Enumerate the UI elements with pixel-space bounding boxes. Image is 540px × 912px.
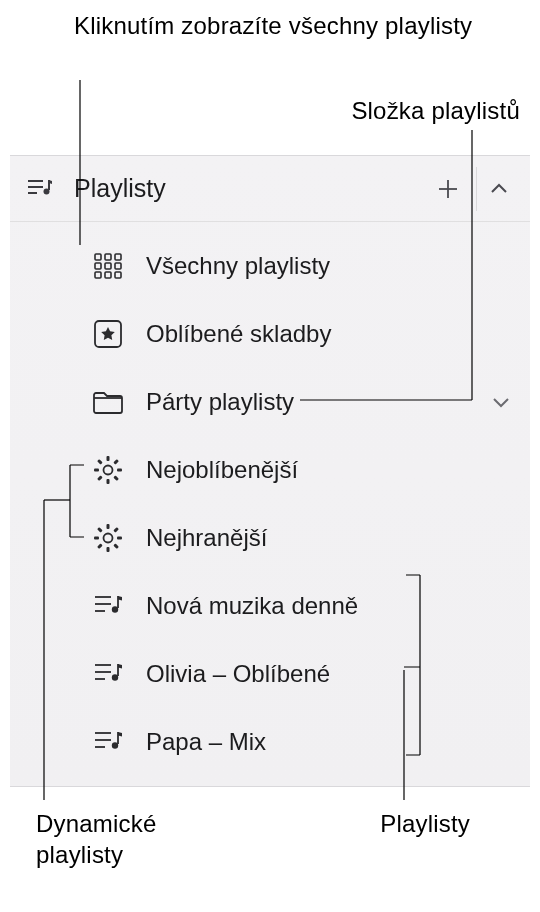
svg-point-3 [44, 188, 50, 194]
folder-icon [88, 389, 128, 415]
svg-rect-29 [94, 537, 99, 540]
playlist-list: Všechny playlisty Oblíbené skladby Párty… [10, 222, 530, 776]
callout-all-playlists: Kliknutím zobrazíte všechny playlisty [74, 10, 472, 41]
svg-rect-23 [97, 475, 103, 481]
collapse-section-button[interactable] [476, 167, 520, 211]
svg-rect-31 [113, 527, 119, 533]
sidebar-item-playlist[interactable]: Nová muzika denně [10, 572, 530, 640]
sidebar-item-playlist[interactable]: Olivia – Oblíbené [10, 640, 530, 708]
svg-point-42 [112, 674, 118, 680]
svg-rect-34 [113, 543, 119, 549]
svg-rect-27 [107, 524, 110, 529]
sidebar-item-all-playlists[interactable]: Všechny playlisty [10, 232, 530, 300]
star-box-icon [88, 319, 128, 349]
callout-playlist-folder: Složka playlistů [351, 95, 520, 126]
svg-point-26 [104, 534, 113, 543]
callout-playlists: Playlisty [380, 808, 470, 839]
svg-rect-12 [95, 272, 101, 278]
svg-rect-6 [95, 254, 101, 260]
add-playlist-button[interactable] [426, 167, 470, 211]
sidebar-item-liked-songs[interactable]: Oblíbené skladby [10, 300, 530, 368]
svg-rect-9 [95, 263, 101, 269]
expand-folder-button[interactable] [492, 396, 510, 408]
svg-rect-33 [97, 527, 103, 533]
playlist-icon [88, 661, 128, 687]
playlist-icon [88, 593, 128, 619]
svg-rect-10 [105, 263, 111, 269]
svg-point-38 [112, 606, 118, 612]
sidebar-item-playlist-folder[interactable]: Párty playlisty [10, 368, 530, 436]
playlist-icon [88, 729, 128, 755]
svg-point-46 [112, 742, 118, 748]
grid-icon [88, 253, 128, 279]
playlists-section-title: Playlisty [56, 174, 426, 203]
svg-rect-30 [117, 537, 122, 540]
svg-rect-7 [105, 254, 111, 260]
sidebar-playlists-panel: Playlisty Všechny playlisty [10, 155, 530, 787]
gear-icon [88, 455, 128, 485]
playlist-section-icon [24, 178, 56, 200]
svg-rect-28 [107, 547, 110, 552]
gear-icon [88, 523, 128, 553]
svg-rect-19 [107, 479, 110, 484]
svg-rect-21 [117, 469, 122, 472]
svg-rect-25 [113, 475, 119, 481]
sidebar-item-smart-playlist[interactable]: Nejoblíbenější [10, 436, 530, 504]
svg-rect-22 [113, 459, 119, 465]
svg-rect-8 [115, 254, 121, 260]
svg-rect-24 [97, 459, 103, 465]
svg-rect-20 [94, 469, 99, 472]
svg-point-17 [104, 466, 113, 475]
sidebar-item-smart-playlist[interactable]: Nejhranější [10, 504, 530, 572]
svg-rect-14 [115, 272, 121, 278]
callout-smart-playlists: Dynamické playlisty [36, 808, 157, 870]
svg-rect-32 [97, 543, 103, 549]
playlists-section-header[interactable]: Playlisty [10, 156, 530, 222]
callout-text: Dynamické [36, 810, 157, 837]
svg-rect-11 [115, 263, 121, 269]
item-label: Nová muzika denně [88, 592, 358, 620]
callout-text: playlisty [36, 841, 123, 868]
svg-rect-18 [107, 456, 110, 461]
sidebar-item-playlist[interactable]: Papa – Mix [10, 708, 530, 776]
svg-rect-13 [105, 272, 111, 278]
